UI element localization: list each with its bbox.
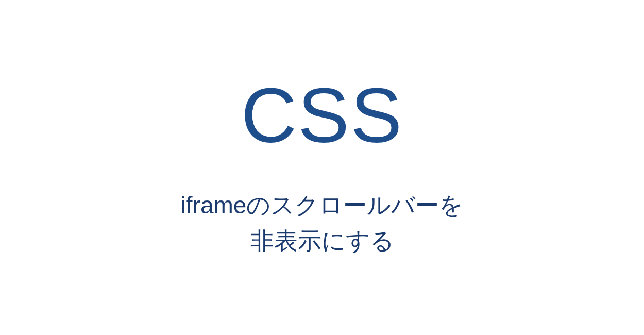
main-title: CSS [241,77,403,154]
subtitle-line-1: iframeのスクロールバーを [181,188,464,223]
subtitle: iframeのスクロールバーを 非表示にする [181,188,464,259]
subtitle-line-2: 非表示にする [181,223,464,259]
